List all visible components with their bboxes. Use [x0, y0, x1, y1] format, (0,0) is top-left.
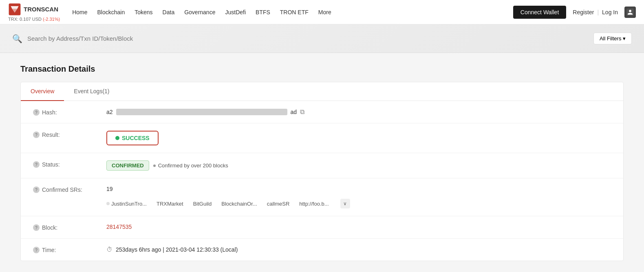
confirmed-srs-value: 19 JustinSunTro... TRXMarket BitGuild Bl… — [106, 186, 611, 208]
hash-value: a2 ad ⧉ — [106, 108, 611, 116]
time-row: ? Time: ⏱ 253days 6hrs ago | 2021-03-04 … — [21, 239, 623, 261]
result-text: SUCCESS — [122, 135, 150, 141]
sr-list: JustinSunTro... TRXMarket BitGuild Block… — [106, 199, 350, 208]
time-help-icon[interactable]: ? — [33, 247, 40, 253]
tab-event-logs[interactable]: Event Logs(1) — [64, 82, 119, 101]
confirmed-srs-label: ? Confirmed SRs: — [33, 186, 106, 193]
search-section: 🔍 All Filters ▾ — [0, 24, 644, 53]
nav-blockchain[interactable]: Blockchain — [97, 9, 125, 15]
time-label: ? Time: — [33, 246, 106, 253]
hash-help-icon[interactable]: ? — [33, 109, 40, 116]
navbar-right: Connect Wallet Register | Log In — [513, 6, 636, 19]
hash-prefix: a2 — [106, 109, 113, 115]
block-label: ? Block: — [33, 224, 106, 231]
confirmed-srs-row: ? Confirmed SRs: 19 JustinSunTro... TRXM… — [21, 178, 623, 216]
nav-auth: Register | Log In — [573, 9, 618, 15]
nav-more[interactable]: More — [318, 9, 331, 15]
sr-name-3: BlockchainOr... — [221, 201, 257, 207]
trx-price: TRX: 0.107 USD (-2.31%) — [8, 17, 60, 22]
sr-name-4: callmeSR — [267, 201, 290, 207]
page-title: Transaction Details — [20, 64, 624, 74]
tabs-container: Overview Event Logs(1) ? Hash: a2 ad ⧉ ?… — [20, 82, 624, 261]
nav-tokens[interactable]: Tokens — [135, 9, 152, 15]
time-display: ⏱ 253days 6hrs ago | 2021-03-04 12:30:33… — [106, 246, 238, 253]
hash-redacted — [116, 109, 287, 115]
filter-button[interactable]: All Filters ▾ — [593, 33, 632, 44]
hash-row: ? Hash: a2 ad ⧉ — [21, 101, 623, 123]
nav-btfs[interactable]: BTFS — [256, 9, 270, 15]
block-help-icon[interactable]: ? — [33, 224, 40, 231]
tronscan-logo-icon — [8, 3, 21, 16]
confirmed-badge: CONFIRMED — [106, 160, 149, 171]
result-badge: SUCCESS — [106, 131, 159, 145]
connect-wallet-button[interactable]: Connect Wallet — [513, 6, 566, 19]
hash-label: ? Hash: — [33, 108, 106, 116]
brand-name: TRONSCAN — [24, 6, 58, 13]
status-label: ? Status: — [33, 160, 106, 168]
hash-suffix: ad — [291, 109, 297, 115]
result-value: SUCCESS — [106, 131, 611, 145]
navbar: TRONSCAN TRX: 0.107 USD (-2.31%) Home Bl… — [0, 0, 644, 24]
sr-name-1: TRXMarket — [157, 201, 183, 207]
copy-hash-icon[interactable]: ⧉ — [300, 108, 304, 116]
search-input[interactable] — [27, 35, 589, 42]
time-value: ⏱ 253days 6hrs ago | 2021-03-04 12:30:33… — [106, 246, 611, 253]
brand: TRONSCAN TRX: 0.107 USD (-2.31%) — [8, 3, 60, 22]
result-label: ? Result: — [33, 131, 106, 138]
sr-expand-button[interactable]: ∨ — [340, 199, 350, 208]
sr-count: 19 — [106, 186, 113, 192]
time-text: 253days 6hrs ago | 2021-03-04 12:30:33 (… — [116, 246, 238, 253]
sr-item-2: BitGuild — [193, 201, 212, 207]
user-icon[interactable] — [624, 7, 636, 18]
sr-name-2: BitGuild — [193, 201, 212, 207]
nav-home[interactable]: Home — [72, 9, 87, 15]
sr-dot-0 — [106, 202, 110, 205]
register-link[interactable]: Register — [573, 9, 594, 15]
tab-overview[interactable]: Overview — [21, 82, 64, 101]
status-row: ? Status: CONFIRMED Confirmed by over 20… — [21, 153, 623, 178]
sr-item-3: BlockchainOr... — [221, 201, 257, 207]
nav-governance[interactable]: Governance — [184, 9, 215, 15]
clock-icon: ⏱ — [106, 246, 112, 253]
result-help-icon[interactable]: ? — [33, 132, 40, 138]
srs-help-icon[interactable]: ? — [33, 186, 40, 193]
sr-name-5: http://foo.b... — [299, 201, 329, 207]
tabs-header: Overview Event Logs(1) — [21, 82, 623, 101]
block-value: 28147535 — [106, 224, 611, 230]
sr-item-4: callmeSR — [267, 201, 290, 207]
nav-justdefi[interactable]: JustDefi — [225, 9, 246, 15]
search-icon: 🔍 — [12, 34, 22, 44]
result-row: ? Result: SUCCESS — [21, 123, 623, 153]
login-link[interactable]: Log In — [602, 9, 618, 15]
sr-item-1: TRXMarket — [157, 201, 183, 207]
block-number-link[interactable]: 28147535 — [106, 224, 132, 230]
sr-item-5: http://foo.b... — [299, 201, 329, 207]
nav-links: Home Blockchain Tokens Data Governance J… — [72, 9, 513, 15]
nav-tron-etf[interactable]: TRON ETF — [280, 9, 309, 15]
sr-item-0: JustinSunTro... — [106, 201, 147, 207]
nav-data[interactable]: Data — [163, 9, 175, 15]
user-avatar-icon — [626, 9, 634, 16]
auth-divider: | — [597, 9, 599, 15]
block-row: ? Block: 28147535 — [21, 216, 623, 239]
success-dot-icon — [115, 136, 119, 140]
main-content: Transaction Details Overview Event Logs(… — [8, 53, 636, 272]
brand-logo[interactable]: TRONSCAN — [8, 3, 58, 16]
sr-name-0: JustinSunTro... — [111, 201, 147, 207]
status-value: CONFIRMED Confirmed by over 200 blocks — [106, 160, 611, 171]
status-help-icon[interactable]: ? — [33, 161, 40, 168]
confirmed-description: Confirmed by over 200 blocks — [153, 162, 228, 169]
